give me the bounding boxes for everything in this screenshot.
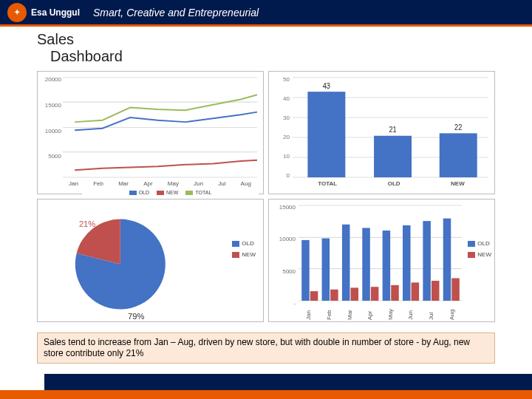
title-line1: Sales bbox=[37, 31, 495, 48]
slogan: Smart, Creative and Entrepreneurial bbox=[93, 7, 259, 18]
y-axis: 20000 15000 10000 5000 bbox=[39, 76, 61, 179]
footer bbox=[0, 369, 532, 399]
chart-bar-counts: 50 40 30 20 10 0 43 21 22 TO bbox=[268, 71, 495, 194]
series-bars bbox=[301, 219, 460, 301]
chart-bar-grouped: 15000 10000 5000 - bbox=[268, 199, 495, 322]
series-new bbox=[75, 160, 257, 171]
legend: OLD NEW bbox=[468, 240, 491, 258]
svg-rect-23 bbox=[351, 287, 359, 301]
legend: OLD NEW TOTAL bbox=[82, 190, 259, 195]
plot-area: 21% 79% bbox=[38, 200, 263, 321]
label-new: 21% bbox=[79, 219, 95, 228]
bar-new bbox=[440, 133, 477, 177]
svg-rect-18 bbox=[301, 240, 310, 301]
svg-text:43: 43 bbox=[323, 81, 330, 90]
app-header: ✦ Esa Unggul Smart, Creative and Entrepr… bbox=[0, 0, 532, 27]
svg-rect-25 bbox=[371, 287, 379, 301]
svg-rect-24 bbox=[362, 228, 370, 301]
plot-area bbox=[299, 205, 462, 301]
chart-pie-share: 21% 79% OLD NEW bbox=[37, 199, 264, 322]
logo-icon: ✦ bbox=[7, 3, 27, 22]
bar-old bbox=[374, 136, 412, 177]
label-old: 79% bbox=[128, 312, 144, 321]
y-axis: 15000 10000 5000 - bbox=[270, 204, 296, 307]
svg-rect-32 bbox=[443, 219, 451, 301]
svg-rect-30 bbox=[423, 221, 431, 301]
svg-text:21: 21 bbox=[389, 126, 396, 134]
series-total bbox=[75, 95, 257, 122]
plot-area bbox=[63, 78, 257, 177]
x-axis: Jan Feb Mar Apr May Jun Jul Aug bbox=[61, 180, 259, 191]
svg-rect-26 bbox=[383, 231, 391, 301]
svg-rect-22 bbox=[342, 225, 350, 301]
chart-line-sales: 20000 15000 10000 5000 Jan Feb Mar Apr bbox=[37, 71, 264, 194]
svg-rect-28 bbox=[403, 225, 411, 301]
page-title: Sales Dashboard bbox=[0, 27, 532, 65]
x-axis: TOTAL OLD NEW bbox=[293, 180, 490, 191]
svg-rect-27 bbox=[391, 285, 399, 301]
svg-rect-21 bbox=[330, 290, 338, 301]
plot-area: 43 21 22 bbox=[293, 78, 488, 177]
logo-text: Esa Unggul bbox=[31, 7, 80, 18]
svg-text:22: 22 bbox=[454, 123, 462, 132]
svg-rect-31 bbox=[432, 281, 440, 301]
title-line2: Dashboard bbox=[37, 48, 495, 65]
x-axis: Jan Feb Mar Apr May Jun Jul Aug bbox=[299, 302, 462, 320]
legend: OLD NEW bbox=[232, 240, 256, 258]
y-axis: 50 40 30 20 10 0 bbox=[273, 76, 290, 179]
svg-rect-20 bbox=[322, 239, 330, 301]
svg-rect-19 bbox=[310, 291, 318, 301]
bar-total bbox=[307, 92, 345, 177]
dashboard-grid: 20000 15000 10000 5000 Jan Feb Mar Apr bbox=[37, 71, 495, 322]
svg-rect-29 bbox=[412, 282, 420, 301]
svg-rect-33 bbox=[451, 279, 460, 301]
insight-note: Sales tend to increase from Jan – Aug, d… bbox=[37, 332, 495, 364]
